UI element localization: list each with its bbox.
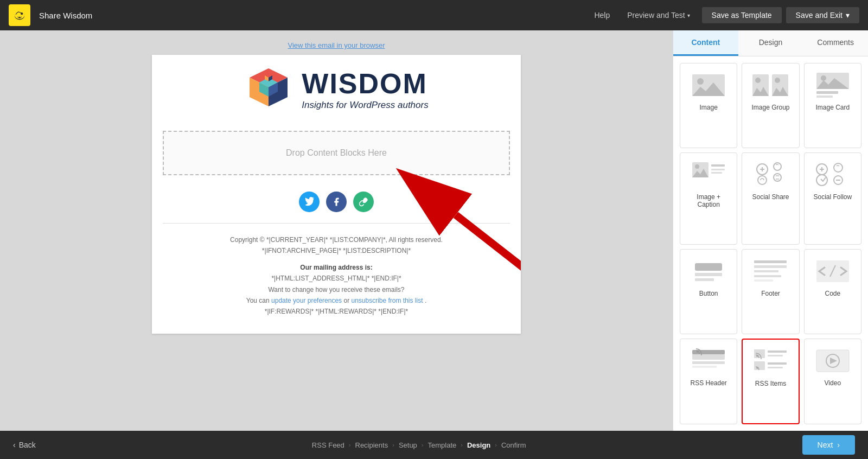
breadcrumb-recipients[interactable]: Recipients	[355, 441, 388, 449]
svg-point-23	[775, 78, 780, 83]
svg-rect-28	[816, 95, 833, 98]
tab-design[interactable]: Design	[738, 30, 803, 56]
svg-rect-56	[692, 361, 725, 364]
back-chevron-icon: ‹	[13, 441, 16, 449]
svg-rect-32	[711, 164, 725, 167]
preview-test-link[interactable]: Preview and Test ▾	[620, 8, 697, 23]
svg-rect-49	[754, 275, 781, 277]
view-in-browser-link[interactable]: View this email in your browser	[288, 41, 385, 49]
social-share-block-icon	[749, 160, 792, 190]
footer-copyright: Copyright © *|CURRENT_YEAR|* *|LIST:COMP…	[174, 234, 499, 245]
tab-comments[interactable]: Comments	[803, 30, 868, 56]
top-nav: Share Wisdom Help Preview and Test ▾ Sav…	[0, 0, 868, 30]
breadcrumb-rss-feed[interactable]: RSS Feed	[312, 441, 344, 449]
block-video[interactable]: Video	[804, 339, 861, 425]
footer-address: *|HTML:LIST_ADDRESS_HTML|* *|END:IF|*	[174, 273, 499, 284]
facebook-icon[interactable]	[326, 192, 347, 212]
app-logo	[9, 4, 30, 26]
svg-rect-34	[711, 172, 722, 174]
rss-items-block-icon	[749, 346, 792, 377]
tab-content[interactable]: Content	[673, 30, 738, 56]
block-footer[interactable]: Footer	[742, 249, 799, 334]
block-image-caption[interactable]: Image + Caption	[680, 152, 737, 245]
block-social-follow-label: Social Follow	[813, 193, 852, 201]
drop-content-zone[interactable]: Drop Content Blocks Here	[163, 131, 510, 175]
footer-rewards: *|IF:REWARDS|* *|HTML:REWARDS|* *|END:IF…	[174, 306, 499, 317]
breadcrumb-sep-3: ›	[422, 442, 424, 448]
block-code[interactable]: Code	[804, 249, 861, 334]
back-button[interactable]: ‹ Back	[13, 441, 36, 449]
wisdom-text: WISDOM Insights for WordPress authors	[302, 69, 428, 111]
wisdom-tagline: Insights for WordPress authors	[302, 100, 428, 111]
block-rss-header-label: RSS Header	[690, 379, 726, 387]
block-social-follow[interactable]: Social Follow	[804, 152, 861, 245]
block-rss-items[interactable]: RSS Items	[742, 339, 799, 425]
panel-tabs: Content Design Comments	[673, 30, 868, 56]
svg-rect-64	[768, 362, 787, 365]
help-link[interactable]: Help	[586, 8, 617, 23]
footer-links: You can update your preferences or unsub…	[174, 295, 499, 306]
breadcrumb-template[interactable]: Template	[428, 441, 457, 449]
unsubscribe-link[interactable]: unsubscribe from this list	[351, 297, 423, 304]
svg-rect-61	[768, 355, 783, 356]
app-title: Share Wisdom	[39, 11, 92, 20]
twitter-icon[interactable]	[299, 192, 320, 212]
email-footer: Copyright © *|CURRENT_YEAR|* *|LIST:COMP…	[152, 224, 521, 334]
rss-header-block-icon	[687, 346, 730, 376]
block-social-share-label: Social Share	[752, 193, 789, 201]
update-preferences-link[interactable]: update your preferences	[271, 297, 342, 304]
email-content-wrapper: WISDOM Insights for WordPress authors Dr…	[152, 55, 521, 334]
block-rss-header[interactable]: RSS Header	[680, 339, 737, 425]
footer-change: Want to change how you receive these ema…	[174, 284, 499, 295]
image-group-block-icon	[749, 70, 792, 100]
email-canvas: View this email in your browser	[0, 30, 673, 431]
svg-rect-62	[754, 361, 765, 370]
block-button-label: Button	[699, 290, 718, 297]
next-button[interactable]: Next ›	[802, 435, 855, 455]
block-image-group-label: Image Group	[751, 104, 789, 111]
save-exit-button[interactable]: Save and Exit ▾	[786, 7, 859, 23]
svg-rect-27	[816, 91, 838, 94]
block-code-label: Code	[825, 290, 840, 297]
image-caption-block-icon	[687, 160, 730, 190]
breadcrumb-design[interactable]: Design	[467, 441, 490, 449]
svg-point-38	[774, 174, 781, 181]
wisdom-cube-logo	[244, 66, 293, 114]
block-image-group[interactable]: Image Group	[742, 63, 799, 148]
svg-point-36	[774, 163, 781, 170]
breadcrumb: RSS Feed › Recipients › Setup › Template…	[36, 441, 802, 449]
block-footer-label: Footer	[761, 290, 780, 297]
svg-rect-57	[692, 366, 717, 368]
save-exit-caret-icon: ▾	[846, 11, 850, 20]
breadcrumb-setup[interactable]: Setup	[399, 441, 417, 449]
drop-zone-label: Drop Content Blocks Here	[286, 148, 387, 157]
block-image-label: Image	[699, 104, 717, 111]
breadcrumb-sep-4: ›	[461, 442, 463, 448]
svg-rect-58	[754, 349, 765, 358]
svg-rect-60	[768, 350, 787, 353]
block-image-card-label: Image Card	[815, 104, 850, 111]
link-icon[interactable]	[353, 192, 374, 212]
preview-caret-icon: ▾	[687, 12, 690, 18]
svg-point-20	[755, 78, 761, 83]
svg-point-41	[834, 163, 843, 172]
save-template-button[interactable]: Save as Template	[702, 7, 782, 23]
block-image-card[interactable]: Image Card	[804, 63, 861, 148]
svg-rect-50	[754, 279, 773, 282]
content-blocks-grid: Image Image Group	[673, 56, 868, 431]
svg-rect-46	[754, 260, 787, 263]
social-follow-block-icon	[811, 160, 854, 190]
footer-block-icon	[749, 256, 792, 286]
breadcrumb-confirm[interactable]: Confirm	[501, 441, 526, 449]
block-social-share[interactable]: Social Share	[742, 152, 799, 245]
block-button[interactable]: Button	[680, 249, 737, 334]
svg-rect-43	[695, 263, 722, 271]
image-block-icon	[687, 70, 730, 100]
right-panel: Content Design Comments Image	[673, 30, 868, 431]
svg-rect-48	[754, 270, 778, 272]
block-image[interactable]: Image	[680, 63, 737, 148]
social-icons-row	[152, 181, 521, 223]
block-video-label: Video	[825, 379, 841, 387]
breadcrumb-sep-1: ›	[349, 442, 351, 448]
svg-rect-45	[695, 278, 714, 281]
